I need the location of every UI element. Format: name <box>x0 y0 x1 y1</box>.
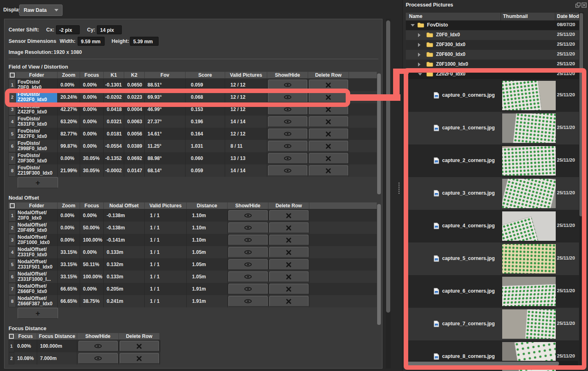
show-hide-button[interactable] <box>228 296 268 307</box>
nodal-table-row[interactable]: 1NodalOffset/Z0F0_Idx00.00%0.00%-0.138m1… <box>9 209 377 222</box>
add-row-button[interactable]: + <box>18 308 58 319</box>
capture-thumbnail[interactable] <box>502 179 556 208</box>
tree-item[interactable]: Z0F0_Idx025/11/20 <box>406 30 579 40</box>
fov-table-row[interactable]: 4FovDisto/Z631F0_Idx063.20%0.00%0.03210.… <box>9 116 377 128</box>
chevron-right-icon[interactable] <box>418 62 420 67</box>
cx-input[interactable]: -2 pix <box>56 25 80 34</box>
column-header[interactable]: K2 <box>124 72 145 79</box>
column-header[interactable]: Delete Row <box>308 72 349 79</box>
capture-thumbnail[interactable] <box>502 277 556 306</box>
panel-divider-grip[interactable] <box>398 182 400 194</box>
delete-row-button[interactable] <box>269 271 309 282</box>
show-hide-button[interactable] <box>228 247 268 258</box>
right-hscrollbar-thumb[interactable] <box>405 362 559 365</box>
nodal-table-row[interactable]: 8NodalOffset/Z666F387_Idx066.65%38.75%0.… <box>9 295 377 307</box>
column-header[interactable]: Folder <box>16 202 58 209</box>
column-header[interactable]: Folder <box>16 72 58 79</box>
show-hide-button[interactable] <box>228 235 268 245</box>
capture-row[interactable]: capture_3_corners.jpg25/11/20 <box>406 177 579 210</box>
delete-row-button[interactable] <box>309 141 348 151</box>
fov-table-row[interactable]: 6FovDisto/Z998F0_Idx099.87%0.00%-0.05540… <box>9 140 377 152</box>
folder-cell[interactable]: NodalOffset/Z331F0_Idx0 <box>16 246 58 258</box>
delete-row-button[interactable] <box>269 222 309 233</box>
capture-row[interactable]: capture_4_corners.jpg25/11/20 <box>406 210 579 242</box>
folder-cell[interactable]: NodalOffset/Z0F499_Idx0 <box>16 222 58 234</box>
column-header[interactable]: Valid Pictures <box>145 202 187 209</box>
capture-row[interactable]: capture_5_corners.jpg25/11/20 <box>406 242 579 275</box>
fov-table-row[interactable]: 1FovDisto/Z0F0_Idx00.00%0.00%-0.13010.06… <box>9 79 377 91</box>
delete-row-button[interactable] <box>269 210 309 221</box>
select-all-checkbox[interactable] <box>9 334 14 339</box>
delete-row-button[interactable] <box>309 80 348 90</box>
delete-row-button[interactable] <box>269 284 309 294</box>
column-header-thumbnail[interactable]: Thumbnail <box>503 13 528 20</box>
column-header[interactable]: Show/Hide <box>267 72 308 79</box>
show-hide-button[interactable] <box>268 153 307 164</box>
folder-cell[interactable]: NodalOffset/Z666F0_Idx0 <box>16 283 58 295</box>
column-header-date[interactable]: Date Mod <box>557 13 579 20</box>
nodal-table-row[interactable]: 2NodalOffset/Z0F499_Idx00.00%50.00%-0.13… <box>9 222 377 234</box>
chevron-right-icon[interactable] <box>418 33 420 37</box>
delete-row-button[interactable] <box>269 259 309 270</box>
delete-row-button[interactable] <box>269 235 309 245</box>
delete-row-button[interactable] <box>309 153 348 164</box>
nodal-table-scrollbar[interactable] <box>377 204 381 325</box>
chevron-right-icon[interactable] <box>418 43 420 47</box>
delete-row-button[interactable] <box>269 247 309 258</box>
folder-cell[interactable]: NodalOffset/Z331F1000_I... <box>16 271 58 283</box>
capture-thumbnail[interactable] <box>502 342 556 371</box>
column-header[interactable]: Score <box>186 72 225 79</box>
column-header[interactable]: Show/Hide <box>228 202 268 209</box>
capture-thumbnail[interactable] <box>502 146 556 176</box>
column-header[interactable]: Zoom <box>58 202 80 209</box>
nodal-table-row[interactable]: 4NodalOffset/Z331F0_Idx033.15%0.00%0.133… <box>9 246 377 258</box>
capture-thumbnail[interactable] <box>502 309 556 339</box>
nodal-table-row[interactable]: 5NodalOffset/Z331F501_Idx033.15%50.11%0.… <box>9 258 377 271</box>
display-dropdown[interactable]: Raw Data <box>19 4 63 16</box>
tree-item[interactable]: Z0F1000_Idx025/11/20 <box>406 60 579 69</box>
add-row-button[interactable]: + <box>18 177 58 188</box>
tree-item[interactable]: Z0F600_Idx025/11/20 <box>406 50 579 60</box>
column-header[interactable]: Delete Row <box>119 333 160 340</box>
tree-item[interactable]: FovDisto08/07/20 <box>406 20 579 30</box>
nodal-table-row[interactable]: 3NodalOffset/Z0F1000_Idx00.00%100.00%-0.… <box>9 234 377 246</box>
folder-cell[interactable]: NodalOffset/Z0F1000_Idx0 <box>16 234 58 246</box>
chevron-right-icon[interactable] <box>418 53 420 57</box>
show-hide-button[interactable] <box>268 141 307 151</box>
column-header[interactable]: Fov <box>145 72 186 79</box>
fov-table-row[interactable]: 2FovDisto/Z202F0_Idx020.24%0.00%-0.02020… <box>9 91 377 103</box>
chevron-down-icon[interactable] <box>418 73 422 76</box>
height-input[interactable]: 5.39 mm <box>130 37 159 46</box>
column-header[interactable]: Focus <box>80 72 104 79</box>
show-hide-button[interactable] <box>78 353 118 364</box>
column-header[interactable]: Distance <box>187 202 228 209</box>
chevron-down-icon[interactable] <box>411 24 415 27</box>
column-header[interactable]: Nodal Offset <box>104 202 145 209</box>
delete-row-button[interactable] <box>309 165 348 176</box>
folder-cell[interactable]: NodalOffset/Z0F0_Idx0 <box>16 209 58 222</box>
capture-row[interactable]: capture_2_corners.jpg25/11/20 <box>406 144 579 177</box>
capture-row[interactable]: capture_1_corners.jpg25/11/20 <box>406 112 579 144</box>
column-header[interactable]: Zoom <box>58 72 80 79</box>
left-scrollbar-thumb[interactable] <box>386 20 390 313</box>
capture-thumbnail[interactable] <box>502 81 556 110</box>
show-hide-button[interactable] <box>228 210 268 221</box>
column-header-name[interactable]: Name <box>409 13 423 20</box>
folder-cell[interactable]: FovDisto/Z219F300_Idx0 <box>16 164 58 177</box>
fov-table-row[interactable]: 7FovDisto/Z0F300_Idx00.00%30.05%-0.13520… <box>9 152 377 164</box>
focus-table-row[interactable]: 210.08%7.000m <box>9 352 161 364</box>
fov-table-scrollbar[interactable] <box>377 73 381 194</box>
width-input[interactable]: 9.59 mm <box>78 37 105 46</box>
column-header[interactable]: Valid Pictures <box>225 72 267 79</box>
show-hide-button[interactable] <box>268 116 307 127</box>
show-hide-button[interactable] <box>228 271 268 282</box>
folder-cell[interactable]: FovDisto/Z0F300_Idx0 <box>16 152 58 164</box>
delete-row-button[interactable] <box>309 129 348 139</box>
focus-table-row[interactable]: 10.00%100.000m <box>9 340 161 352</box>
fov-table-row[interactable]: 5FovDisto/Z827F0_Idx082.77%0.00%0.01810.… <box>9 128 377 140</box>
show-hide-button[interactable] <box>228 284 268 294</box>
column-header[interactable]: Focus Distance <box>37 333 77 340</box>
show-hide-button[interactable] <box>78 341 118 351</box>
tree-item[interactable]: Z202F0_Idx025/11/20 <box>406 69 579 79</box>
column-header[interactable]: Show/Hide <box>77 333 119 340</box>
